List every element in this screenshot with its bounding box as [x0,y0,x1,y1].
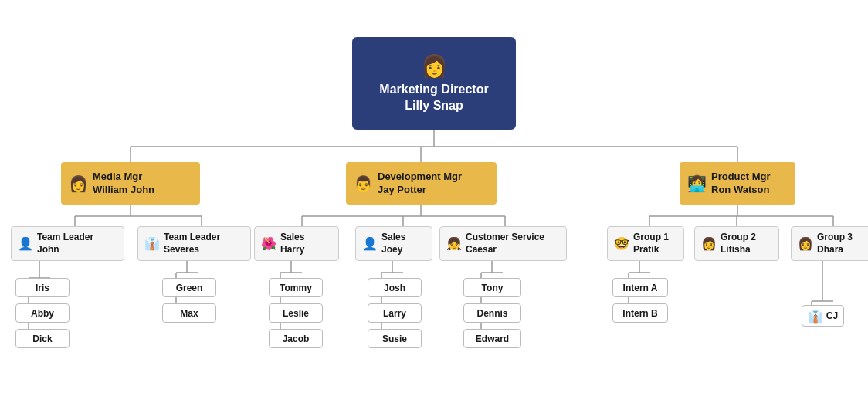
leaf-josh: Josh [368,278,422,297]
cj-icon: 👔 [808,309,823,324]
leaf-dick: Dick [15,329,70,348]
product-mgr-name: Ron Watson [711,184,771,197]
root-name: Lilly Snap [379,98,488,114]
tl-severes-icon: 👔 [144,236,160,251]
sales-joey-node[interactable]: 👤 Sales Joey [355,226,432,261]
dev-mgr-title: Development Mgr [378,171,462,184]
leaf-cj: 👔 CJ [802,305,844,327]
tl-severes-node[interactable]: 👔 Team Leader Severes [137,226,251,261]
media-mgr-name: William John [93,184,154,197]
tl-john-title: Team Leader [37,232,93,244]
leaf-jacob: Jacob [269,329,323,348]
sales-joey-title: Sales [381,232,405,244]
cs-caesar-title: Customer Service [466,232,544,244]
leaf-abby: Abby [15,303,70,323]
sales-harry-title: Sales [280,232,304,244]
sales-joey-name: Joey [381,244,405,256]
group1-name: Pratik [633,244,669,256]
tl-john-name: John [37,244,93,256]
leaf-larry: Larry [368,303,422,323]
media-mgr-title: Media Mgr [93,171,154,184]
cs-caesar-node[interactable]: 👧 Customer Service Caesar [439,226,567,261]
root-title: Marketing Director [379,82,488,98]
product-mgr-title: Product Mgr [711,171,771,184]
tl-john-node[interactable]: 👤 Team Leader John [11,226,124,261]
group1-title: Group 1 [633,232,669,244]
leaf-intern-a: Intern A [612,278,668,297]
leaf-edward: Edward [463,329,521,348]
leaf-dennis: Dennis [463,303,521,323]
group2-title: Group 2 [721,232,756,244]
group3-icon: 👩 [798,236,813,251]
product-mgr-icon: 👩‍💻 [687,174,707,193]
org-chart: 👩 Marketing Director Lilly Snap 👩 Media … [0,0,868,393]
group3-title: Group 3 [817,232,853,244]
cs-caesar-name: Caesar [466,244,544,256]
leaf-green: Green [162,278,216,297]
root-node: 👩 Marketing Director Lilly Snap [352,37,516,130]
leaf-tommy: Tommy [269,278,323,297]
group1-icon: 🤓 [614,236,629,251]
group3-node[interactable]: 👩 Group 3 Dhara [791,226,868,261]
leaf-max: Max [162,303,216,323]
leaf-leslie: Leslie [269,303,323,323]
tl-john-icon: 👤 [18,236,33,251]
group3-name: Dhara [817,244,853,256]
leaf-intern-b: Intern B [612,303,668,323]
sales-joey-icon: 👤 [362,236,378,251]
dev-mgr-name: Jay Potter [378,184,462,197]
tl-severes-title: Team Leader [164,232,220,244]
tl-severes-name: Severes [164,244,220,256]
leaf-tony: Tony [463,278,521,297]
cs-caesar-icon: 👧 [446,236,462,251]
group2-icon: 👩 [701,236,717,251]
sales-harry-icon: 🌺 [261,236,276,251]
media-mgr-icon: 👩 [69,174,88,193]
root-icon: 👩 [421,53,448,79]
product-mgr-node[interactable]: 👩‍💻 Product Mgr Ron Watson [680,162,795,205]
leaf-iris: Iris [15,278,70,297]
media-mgr-node[interactable]: 👩 Media Mgr William John [61,162,200,205]
group2-name: Litisha [721,244,756,256]
dev-mgr-icon: 👨 [354,174,373,193]
sales-harry-node[interactable]: 🌺 Sales Harry [254,226,339,261]
dev-mgr-node[interactable]: 👨 Development Mgr Jay Potter [346,162,497,205]
group2-node[interactable]: 👩 Group 2 Litisha [694,226,779,261]
sales-harry-name: Harry [280,244,304,256]
group1-node[interactable]: 🤓 Group 1 Pratik [607,226,684,261]
leaf-susie: Susie [368,329,422,348]
